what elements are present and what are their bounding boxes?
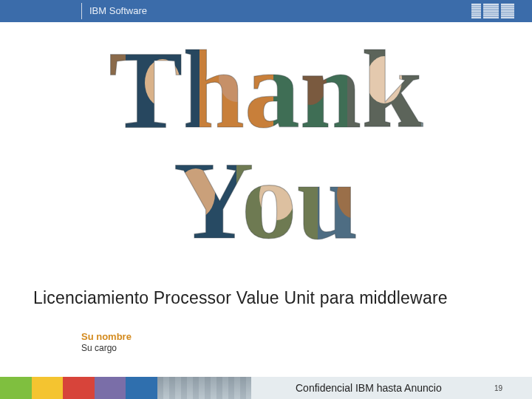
footer-seg-purple xyxy=(95,377,126,399)
footer-seg-photo xyxy=(157,377,252,399)
svg-point-18 xyxy=(66,50,104,100)
svg-rect-2 xyxy=(471,7,514,9)
presenter-name: Su nombre xyxy=(81,331,132,342)
confidentiality-text: Confidencial IBM hasta Anuncio xyxy=(296,382,442,394)
svg-rect-6 xyxy=(471,16,514,17)
slide-title: Licenciamiento Processor Value Unit para… xyxy=(33,288,448,308)
page-number: 19 xyxy=(494,384,502,392)
svg-text:Thank: Thank xyxy=(109,31,423,151)
svg-rect-9 xyxy=(499,4,501,18)
header-left: IBM Software xyxy=(0,0,147,22)
svg-point-23 xyxy=(434,56,470,103)
header-product-line: IBM Software xyxy=(89,0,147,22)
slide: IBM Software xyxy=(0,0,532,399)
footer-seg-red xyxy=(63,377,95,399)
svg-rect-5 xyxy=(471,13,514,15)
thank-you-graphic: Thank You xyxy=(44,31,488,260)
footer-right: Confidencial IBM hasta Anuncio 19 xyxy=(251,377,532,399)
header-bar: IBM Software xyxy=(0,0,532,22)
svg-rect-4 xyxy=(471,11,514,13)
svg-rect-0 xyxy=(471,4,514,5)
svg-rect-3 xyxy=(471,10,514,11)
svg-rect-7 xyxy=(471,17,514,18)
svg-rect-8 xyxy=(481,4,483,18)
svg-rect-1 xyxy=(471,6,514,7)
header-divider xyxy=(81,3,82,19)
footer-seg-blue xyxy=(126,377,157,399)
ibm-logo-icon xyxy=(471,4,514,18)
footer-seg-yellow xyxy=(32,377,64,399)
footer-color-strip xyxy=(0,377,251,399)
presenter-role: Su cargo xyxy=(81,343,117,353)
svg-rect-17 xyxy=(421,31,488,149)
svg-text:You: You xyxy=(174,139,358,260)
footer-seg-green xyxy=(0,377,32,399)
footer-bar: Confidencial IBM hasta Anuncio 19 xyxy=(0,377,532,399)
